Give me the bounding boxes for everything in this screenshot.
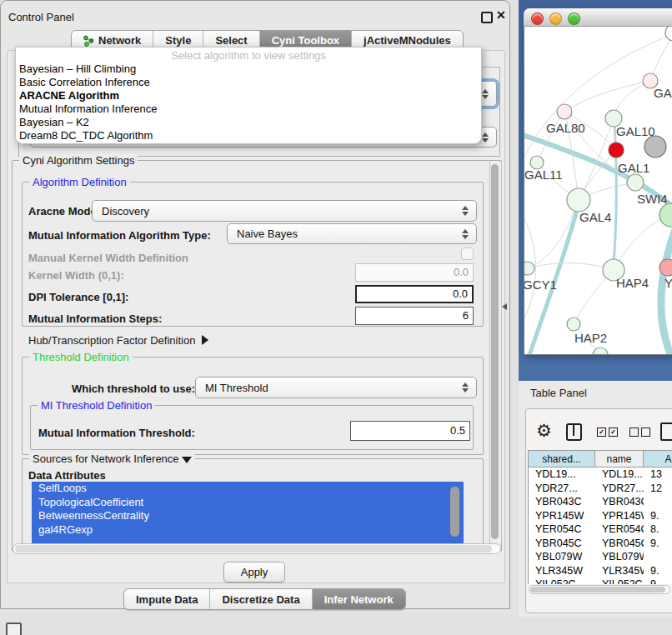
network-node-label: GAL4 <box>579 210 611 224</box>
combo-arrows-icon <box>462 206 469 216</box>
combo-arrows-icon <box>482 132 489 142</box>
mi-threshold-field[interactable]: 0.5 <box>350 421 470 441</box>
table-hscrollbar-thumb[interactable] <box>530 587 665 592</box>
algorithm-definition-title: Algorithm Definition <box>29 176 130 188</box>
close-icon[interactable]: ✕ <box>496 8 506 22</box>
network-node-label: HAP4 <box>616 276 649 290</box>
gear-icon[interactable]: ⚙ <box>536 421 552 441</box>
table-row[interactable]: YPR145WYPR145W9. <box>529 509 672 523</box>
network-node[interactable] <box>644 136 666 158</box>
tab-label: Network <box>98 34 141 47</box>
data-attribute-item[interactable]: TopologicalCoefficient <box>32 496 464 510</box>
network-node[interactable] <box>567 318 580 331</box>
table-row[interactable]: YLR345WYLR345W9. <box>529 564 672 578</box>
minimized-panel-icon[interactable] <box>6 622 22 635</box>
settings-vscrollbar-thumb[interactable] <box>491 164 499 539</box>
splitter-collapse-icon[interactable] <box>502 303 507 310</box>
network-node[interactable] <box>524 262 534 275</box>
network-node[interactable] <box>665 27 672 41</box>
manual-kernel-checkbox <box>461 248 474 260</box>
table-row[interactable]: YER054CYER054C8. <box>529 522 672 537</box>
table-row[interactable]: YBL079WYBL079W <box>529 550 672 564</box>
table-cell: YDR27... <box>595 482 644 496</box>
bottom-tab-discretize-data[interactable]: Discretize Data <box>209 589 311 609</box>
threshold-definition-title: Threshold Definition <box>29 351 133 363</box>
table-row[interactable]: YBR043CYBR043C <box>529 495 672 509</box>
network-edge <box>537 112 564 162</box>
collapsed-arrow-icon <box>202 335 208 345</box>
table-cell: YBL079W <box>595 550 644 564</box>
algorithm-option[interactable]: Bayesian – K2 <box>16 116 481 129</box>
float-window-icon[interactable] <box>481 12 493 23</box>
bottom-tab-label: Infer Network <box>324 593 394 606</box>
algorithm-option[interactable]: ARACNE Algorithm <box>16 89 481 102</box>
aracne-mode-combo[interactable]: Discovery <box>92 200 477 222</box>
network-node-label: HAP2 <box>574 331 607 345</box>
settings-group-title: Cyni Algorithm Settings <box>19 154 138 167</box>
algorithm-option[interactable]: Bayesian – Hill Climbing <box>16 62 481 76</box>
table-cell: 9. <box>644 509 672 523</box>
data-attributes-list: SelfLoopsTopologicalCoefficientBetweenne… <box>32 482 464 543</box>
table-cell: YBR045C <box>595 537 644 551</box>
mi-type-combo[interactable]: Naive Bayes <box>227 223 477 244</box>
network-node-label: GCY1 <box>524 278 557 292</box>
data-attribute-item[interactable]: BetweennessCentrality <box>32 509 464 523</box>
select-all-icon[interactable]: ✓ ✓ <box>597 428 618 437</box>
data-attribute-item[interactable]: SelfLoops <box>32 482 464 496</box>
table-cell: YBR043C <box>595 495 644 509</box>
dpi-tolerance-field[interactable]: 0.0 <box>355 285 474 303</box>
settings-hscrollbar-thumb[interactable] <box>15 545 492 552</box>
network-node[interactable] <box>659 259 672 276</box>
dropdown-prompt: Select algorithm to view settings <box>16 48 481 62</box>
zoom-traffic-light-icon[interactable] <box>568 12 580 25</box>
network-window-titlebar[interactable] <box>524 8 672 27</box>
network-edge <box>529 262 614 270</box>
network-node[interactable] <box>627 174 644 191</box>
network-node[interactable] <box>557 104 572 119</box>
table-cell: 9 <box>644 578 672 584</box>
deselect-all-icon[interactable] <box>629 428 650 437</box>
column-header-shared[interactable]: shared... <box>529 451 595 468</box>
apply-button[interactable]: Apply <box>223 562 285 582</box>
table-cell: YLR345W <box>529 564 595 578</box>
table-cell <box>644 495 672 509</box>
hub-expander[interactable]: Hub/Transcription Factor Definition <box>28 334 208 347</box>
hub-expander-label: Hub/Transcription Factor Definition <box>28 334 195 347</box>
which-threshold-combo[interactable]: MI Threshold <box>195 377 477 398</box>
network-node[interactable] <box>609 142 624 158</box>
table-cell: 9. <box>644 537 672 551</box>
node-table[interactable]: shared...nameAYDL19...YDL19...13YDR27...… <box>528 450 672 584</box>
network-node[interactable] <box>567 188 590 212</box>
column-header-name[interactable]: name <box>595 451 644 468</box>
bottom-tab-infer-network[interactable]: Infer Network <box>312 589 405 609</box>
table-cell: YDL19... <box>529 468 595 482</box>
aracne-mode-value: Discovery <box>93 205 149 218</box>
table-row[interactable]: YBR045CYBR045C9. <box>529 537 672 551</box>
table-row[interactable]: YDR27...YDR27...12 <box>529 482 672 496</box>
data-attribute-item[interactable]: gal4RGexp <box>32 523 464 538</box>
minimize-traffic-light-icon[interactable] <box>549 12 562 25</box>
network-node-label: GAL7 <box>654 86 672 100</box>
network-edge <box>564 81 650 112</box>
combo-arrows-icon <box>462 229 469 239</box>
column-header-a[interactable]: A <box>644 451 672 468</box>
algorithm-option[interactable]: Dream8 DC_TDC Algorithm <box>16 129 481 142</box>
sources-title-label: Sources for Network Inference <box>33 452 179 465</box>
table-row[interactable]: YIL052CYIL052C9 <box>529 578 672 584</box>
table-cell: YER054C <box>529 522 595 537</box>
mi-steps-field[interactable]: 6 <box>355 307 474 325</box>
algorithm-option[interactable]: Mutual Information Inference <box>16 102 481 116</box>
network-node[interactable] <box>659 203 672 227</box>
bottom-tab-impute-data[interactable]: Impute Data <box>124 589 209 609</box>
screen: Control Panel ✕ NetworkStyleSelectCyni T… <box>0 0 672 635</box>
sources-title[interactable]: Sources for Network Inference <box>29 452 195 465</box>
table-cell: 9. <box>644 564 672 578</box>
list-scrollbar-thumb[interactable] <box>450 487 459 537</box>
document-icon[interactable] <box>660 422 672 441</box>
network-canvas[interactable]: GAL7GAL80GAL10GAL1GAL11GAL4SWI4GCY1HAP4Y… <box>524 27 672 354</box>
close-traffic-light-icon[interactable] <box>531 12 544 25</box>
table-row[interactable]: YDL19...YDL19...13 <box>529 468 672 482</box>
bottom-tab-label: Discretize Data <box>222 593 299 606</box>
split-columns-icon[interactable] <box>566 423 582 441</box>
algorithm-option[interactable]: Basic Correlation Inference <box>16 76 481 89</box>
